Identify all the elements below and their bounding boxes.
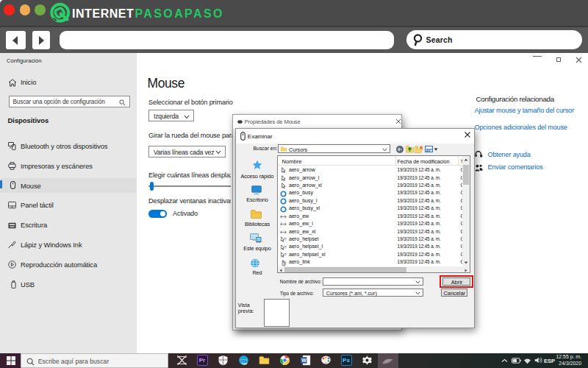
svg-text:W: W (301, 358, 306, 363)
svg-text:?: ? (284, 237, 287, 241)
svg-text:?: ? (284, 245, 287, 250)
svg-text:?: ? (284, 252, 287, 257)
